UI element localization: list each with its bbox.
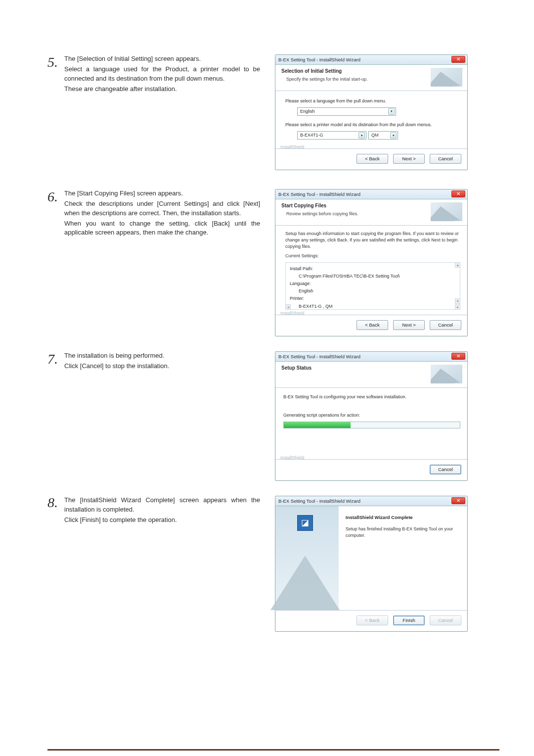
wizard-complete-body: Setup has finished installing B-EX Setti… [346,526,460,539]
step-number-8: 8. [47,496,64,632]
close-icon[interactable]: ✕ [451,353,465,360]
chevron-down-icon: ▾ [390,132,397,139]
printer-value: B-EX4T1-G , QM [290,303,456,310]
step-8-paragraph: The [InstallShield Wizard Complete] scre… [64,496,260,632]
next-button[interactable]: Next > [393,154,425,164]
wizard-header: Start Copying Files Review settings befo… [275,199,467,226]
copy-desc: Setup has enough information to start co… [285,231,460,250]
cancel-button: Cancel [430,615,461,625]
close-icon[interactable]: ✕ [451,190,465,197]
wizard-banner-art [431,202,462,221]
step-7-line2: Click [Cancel] to stop the installation. [64,362,260,371]
language-label: Please select a language from the pull d… [285,98,460,104]
progress-bar [283,422,460,428]
wizard-header-text: Selection of Initial Setting Specify the… [281,68,431,87]
wizard-titlebar: B-EX Setting Tool - InstallShield Wizard… [275,352,467,362]
wizard-complete-heading: InstallShield Wizard Complete [346,514,460,521]
finish-button[interactable]: Finish [393,615,425,625]
wizard-header-title: Start Copying Files [281,202,431,210]
finish-button-label: Finish [402,617,415,624]
wizard-footer: InstallShield < Back Next > Cancel [275,148,467,170]
step-6-line3: When you want to change the setting, cli… [64,219,260,238]
step-7-paragraph: The installation is being performed. Cli… [64,351,260,481]
installshield-brand: InstallShield [280,455,305,461]
step-6-row: 6. The [Start Copying Files] screen appe… [47,189,499,336]
printer-model-dropdown[interactable]: B-EX4T1-G ▾ [297,131,366,140]
step-5-paragraph: The [Selection of Initial Setting] scree… [64,54,260,170]
installshield-brand: InstallShield [280,144,305,150]
scroll-right-icon[interactable]: ▸ [455,304,460,310]
step-8-screenshot: B-EX Setting Tool - InstallShield Wizard… [275,496,499,632]
box-icon: ◪ [297,515,313,531]
setup-status-text: B-EX Setting Tool is configuring your ne… [283,394,460,400]
step-5-line2: Select a language used for the Product, … [64,65,260,84]
page-footer: 6 [47,749,499,756]
install-path-key: Install Path: [290,266,456,272]
close-icon[interactable]: ✕ [451,497,465,504]
progress-caption: Generating script operations for action: [283,412,460,419]
cancel-button[interactable]: Cancel [430,154,461,164]
wizard-body: Setup has enough information to start co… [275,226,467,315]
next-button-label: Next > [402,322,416,329]
step-6-line1: The [Start Copying Files] screen appears… [64,189,260,198]
cancel-button[interactable]: Cancel [430,320,461,330]
cancel-button-label: Cancel [438,617,453,624]
current-settings-box: Install Path: C:\Program Files\TOSHIBA T… [285,262,460,310]
wizard-header-text: Setup Status [281,365,431,383]
printer-key: Printer: [290,295,456,302]
spacer [283,428,460,455]
cancel-button[interactable]: Cancel [430,465,461,474]
language-dropdown[interactable]: English ▾ [297,107,396,116]
wizard-header-title: Setup Status [281,365,431,372]
language-value: English [290,288,456,294]
wizard-titlebar: B-EX Setting Tool - InstallShield Wizard… [275,55,467,65]
wizard-header-subtitle: Review settings before copying files. [281,211,431,217]
document-page: 5. The [Selection of Initial Setting] sc… [0,0,534,722]
wizard-footer: InstallShield Cancel [275,459,467,480]
language-select-row: English ▾ [297,107,460,116]
current-settings-label: Current Settings: [285,253,460,259]
next-button[interactable]: Next > [393,320,425,330]
step-7-row: 7. The installation is being performed. … [47,351,499,481]
wizard-step7: B-EX Setting Tool - InstallShield Wizard… [275,351,468,481]
back-button-label: < Back [365,617,379,624]
step-5-line3: These are changeable after installation. [64,85,260,94]
wizard-header-subtitle: Specify the settings for the initial sta… [281,76,431,83]
step-6-screenshot: B-EX Setting Tool - InstallShield Wizard… [275,189,499,336]
wizard-body: Please select a language from the pull d… [275,91,467,148]
wizard-step8: B-EX Setting Tool - InstallShield Wizard… [275,496,468,632]
wizard-body: ◪ InstallShield Wizard Complete Setup ha… [275,506,467,610]
printer-label: Please select a printer model and its di… [285,122,460,128]
printer-model-value: B-EX4T1-G [300,132,323,139]
wizard-title-text: B-EX Setting Tool - InstallShield Wizard [278,498,360,505]
wizard-title-text: B-EX Setting Tool - InstallShield Wizard [278,56,360,63]
wizard-complete-art: ◪ [275,506,339,610]
scroll-left-icon[interactable]: ◂ [285,304,291,310]
wizard-header-title: Selection of Initial Setting [281,68,431,75]
progress-fill [284,422,351,428]
wizard-footer: InstallShield < Back Next > Cancel [275,315,467,336]
scroll-up-icon[interactable]: ▴ [455,262,460,268]
step-7-text: 7. The installation is being performed. … [47,351,260,481]
step-8-text: 8. The [InstallShield Wizard Complete] s… [47,496,260,632]
wizard-header-text: Start Copying Files Review settings befo… [281,202,431,221]
step-8-row: 8. The [InstallShield Wizard Complete] s… [47,496,499,632]
step-5-screenshot: B-EX Setting Tool - InstallShield Wizard… [275,54,499,170]
cancel-button-label: Cancel [438,322,453,329]
wizard-body: B-EX Setting Tool is configuring your ne… [275,388,467,459]
step-6-line2: Check the descriptions under [Current Se… [64,199,260,218]
back-button[interactable]: < Back [356,154,388,164]
wizard-header: Setup Status [275,362,467,388]
installshield-brand: InstallShield [280,310,305,317]
wizard-banner-art [431,68,462,87]
wizard-title-text: B-EX Setting Tool - InstallShield Wizard [278,353,360,360]
scroll-down-icon[interactable]: ▾ [455,298,460,304]
step-6-text: 6. The [Start Copying Files] screen appe… [47,189,260,336]
printer-dest-dropdown[interactable]: QM ▾ [368,131,398,140]
wizard-footer: < Back Finish Cancel [275,610,467,631]
wizard-step6: B-EX Setting Tool - InstallShield Wizard… [275,189,468,336]
cancel-button-label: Cancel [438,155,453,162]
back-button[interactable]: < Back [356,320,388,330]
back-button-label: < Back [365,322,379,329]
close-icon[interactable]: ✕ [451,56,465,63]
